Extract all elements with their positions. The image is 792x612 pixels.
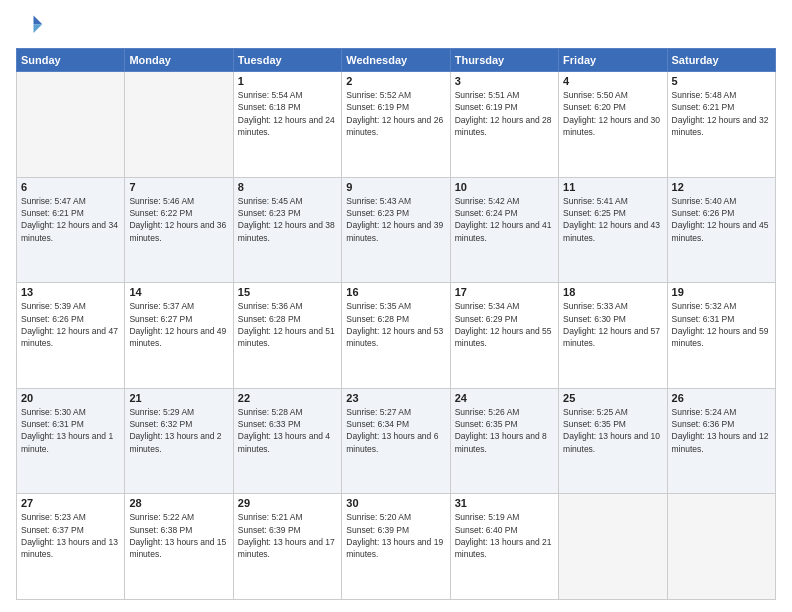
day-info: Sunrise: 5:51 AM Sunset: 6:19 PM Dayligh…	[455, 89, 554, 138]
day-number: 2	[346, 75, 445, 87]
calendar-cell	[17, 72, 125, 178]
calendar-cell: 13Sunrise: 5:39 AM Sunset: 6:26 PM Dayli…	[17, 283, 125, 389]
calendar-cell: 1Sunrise: 5:54 AM Sunset: 6:18 PM Daylig…	[233, 72, 341, 178]
calendar-cell: 23Sunrise: 5:27 AM Sunset: 6:34 PM Dayli…	[342, 388, 450, 494]
calendar-cell: 27Sunrise: 5:23 AM Sunset: 6:37 PM Dayli…	[17, 494, 125, 600]
calendar-cell: 21Sunrise: 5:29 AM Sunset: 6:32 PM Dayli…	[125, 388, 233, 494]
day-info: Sunrise: 5:21 AM Sunset: 6:39 PM Dayligh…	[238, 511, 337, 560]
calendar-week-row-4: 20Sunrise: 5:30 AM Sunset: 6:31 PM Dayli…	[17, 388, 776, 494]
weekday-header-friday: Friday	[559, 49, 667, 72]
day-number: 31	[455, 497, 554, 509]
calendar-cell: 26Sunrise: 5:24 AM Sunset: 6:36 PM Dayli…	[667, 388, 775, 494]
weekday-header-saturday: Saturday	[667, 49, 775, 72]
day-info: Sunrise: 5:26 AM Sunset: 6:35 PM Dayligh…	[455, 406, 554, 455]
calendar-cell: 29Sunrise: 5:21 AM Sunset: 6:39 PM Dayli…	[233, 494, 341, 600]
day-number: 10	[455, 181, 554, 193]
calendar-week-row-5: 27Sunrise: 5:23 AM Sunset: 6:37 PM Dayli…	[17, 494, 776, 600]
calendar-cell: 11Sunrise: 5:41 AM Sunset: 6:25 PM Dayli…	[559, 177, 667, 283]
calendar-cell: 6Sunrise: 5:47 AM Sunset: 6:21 PM Daylig…	[17, 177, 125, 283]
calendar-cell: 9Sunrise: 5:43 AM Sunset: 6:23 PM Daylig…	[342, 177, 450, 283]
day-number: 26	[672, 392, 771, 404]
day-number: 22	[238, 392, 337, 404]
calendar-table: SundayMondayTuesdayWednesdayThursdayFrid…	[16, 48, 776, 600]
day-number: 8	[238, 181, 337, 193]
weekday-header-thursday: Thursday	[450, 49, 558, 72]
calendar-cell: 25Sunrise: 5:25 AM Sunset: 6:35 PM Dayli…	[559, 388, 667, 494]
calendar-cell: 31Sunrise: 5:19 AM Sunset: 6:40 PM Dayli…	[450, 494, 558, 600]
calendar-cell: 15Sunrise: 5:36 AM Sunset: 6:28 PM Dayli…	[233, 283, 341, 389]
day-number: 13	[21, 286, 120, 298]
day-number: 16	[346, 286, 445, 298]
svg-marker-1	[34, 24, 43, 33]
day-number: 12	[672, 181, 771, 193]
day-info: Sunrise: 5:36 AM Sunset: 6:28 PM Dayligh…	[238, 300, 337, 349]
calendar-cell: 3Sunrise: 5:51 AM Sunset: 6:19 PM Daylig…	[450, 72, 558, 178]
day-info: Sunrise: 5:24 AM Sunset: 6:36 PM Dayligh…	[672, 406, 771, 455]
day-number: 18	[563, 286, 662, 298]
day-number: 19	[672, 286, 771, 298]
day-number: 1	[238, 75, 337, 87]
day-number: 24	[455, 392, 554, 404]
day-number: 9	[346, 181, 445, 193]
calendar-cell: 7Sunrise: 5:46 AM Sunset: 6:22 PM Daylig…	[125, 177, 233, 283]
svg-marker-0	[34, 16, 43, 25]
day-info: Sunrise: 5:48 AM Sunset: 6:21 PM Dayligh…	[672, 89, 771, 138]
day-number: 29	[238, 497, 337, 509]
calendar-cell: 12Sunrise: 5:40 AM Sunset: 6:26 PM Dayli…	[667, 177, 775, 283]
day-info: Sunrise: 5:37 AM Sunset: 6:27 PM Dayligh…	[129, 300, 228, 349]
day-info: Sunrise: 5:33 AM Sunset: 6:30 PM Dayligh…	[563, 300, 662, 349]
day-info: Sunrise: 5:22 AM Sunset: 6:38 PM Dayligh…	[129, 511, 228, 560]
day-number: 3	[455, 75, 554, 87]
day-info: Sunrise: 5:34 AM Sunset: 6:29 PM Dayligh…	[455, 300, 554, 349]
day-number: 5	[672, 75, 771, 87]
logo	[16, 12, 48, 40]
day-info: Sunrise: 5:32 AM Sunset: 6:31 PM Dayligh…	[672, 300, 771, 349]
calendar-cell: 18Sunrise: 5:33 AM Sunset: 6:30 PM Dayli…	[559, 283, 667, 389]
day-number: 14	[129, 286, 228, 298]
day-number: 6	[21, 181, 120, 193]
calendar-cell: 28Sunrise: 5:22 AM Sunset: 6:38 PM Dayli…	[125, 494, 233, 600]
calendar-cell: 10Sunrise: 5:42 AM Sunset: 6:24 PM Dayli…	[450, 177, 558, 283]
weekday-header-monday: Monday	[125, 49, 233, 72]
day-info: Sunrise: 5:40 AM Sunset: 6:26 PM Dayligh…	[672, 195, 771, 244]
calendar-cell	[125, 72, 233, 178]
day-info: Sunrise: 5:39 AM Sunset: 6:26 PM Dayligh…	[21, 300, 120, 349]
day-number: 15	[238, 286, 337, 298]
day-info: Sunrise: 5:54 AM Sunset: 6:18 PM Dayligh…	[238, 89, 337, 138]
weekday-header-wednesday: Wednesday	[342, 49, 450, 72]
day-info: Sunrise: 5:23 AM Sunset: 6:37 PM Dayligh…	[21, 511, 120, 560]
day-info: Sunrise: 5:19 AM Sunset: 6:40 PM Dayligh…	[455, 511, 554, 560]
logo-icon	[16, 12, 44, 40]
calendar-cell: 8Sunrise: 5:45 AM Sunset: 6:23 PM Daylig…	[233, 177, 341, 283]
day-info: Sunrise: 5:50 AM Sunset: 6:20 PM Dayligh…	[563, 89, 662, 138]
calendar-week-row-1: 1Sunrise: 5:54 AM Sunset: 6:18 PM Daylig…	[17, 72, 776, 178]
day-number: 7	[129, 181, 228, 193]
calendar-cell: 14Sunrise: 5:37 AM Sunset: 6:27 PM Dayli…	[125, 283, 233, 389]
calendar-cell: 16Sunrise: 5:35 AM Sunset: 6:28 PM Dayli…	[342, 283, 450, 389]
day-number: 21	[129, 392, 228, 404]
header	[16, 12, 776, 40]
weekday-header-sunday: Sunday	[17, 49, 125, 72]
calendar-cell	[667, 494, 775, 600]
day-info: Sunrise: 5:29 AM Sunset: 6:32 PM Dayligh…	[129, 406, 228, 455]
calendar-cell	[559, 494, 667, 600]
day-info: Sunrise: 5:28 AM Sunset: 6:33 PM Dayligh…	[238, 406, 337, 455]
calendar-cell: 20Sunrise: 5:30 AM Sunset: 6:31 PM Dayli…	[17, 388, 125, 494]
calendar-cell: 30Sunrise: 5:20 AM Sunset: 6:39 PM Dayli…	[342, 494, 450, 600]
day-number: 4	[563, 75, 662, 87]
day-info: Sunrise: 5:20 AM Sunset: 6:39 PM Dayligh…	[346, 511, 445, 560]
calendar-cell: 19Sunrise: 5:32 AM Sunset: 6:31 PM Dayli…	[667, 283, 775, 389]
day-info: Sunrise: 5:25 AM Sunset: 6:35 PM Dayligh…	[563, 406, 662, 455]
day-number: 28	[129, 497, 228, 509]
day-info: Sunrise: 5:45 AM Sunset: 6:23 PM Dayligh…	[238, 195, 337, 244]
day-info: Sunrise: 5:52 AM Sunset: 6:19 PM Dayligh…	[346, 89, 445, 138]
day-number: 27	[21, 497, 120, 509]
calendar-cell: 24Sunrise: 5:26 AM Sunset: 6:35 PM Dayli…	[450, 388, 558, 494]
day-number: 20	[21, 392, 120, 404]
day-info: Sunrise: 5:46 AM Sunset: 6:22 PM Dayligh…	[129, 195, 228, 244]
day-number: 17	[455, 286, 554, 298]
weekday-header-row: SundayMondayTuesdayWednesdayThursdayFrid…	[17, 49, 776, 72]
calendar-cell: 2Sunrise: 5:52 AM Sunset: 6:19 PM Daylig…	[342, 72, 450, 178]
calendar-week-row-2: 6Sunrise: 5:47 AM Sunset: 6:21 PM Daylig…	[17, 177, 776, 283]
day-info: Sunrise: 5:42 AM Sunset: 6:24 PM Dayligh…	[455, 195, 554, 244]
